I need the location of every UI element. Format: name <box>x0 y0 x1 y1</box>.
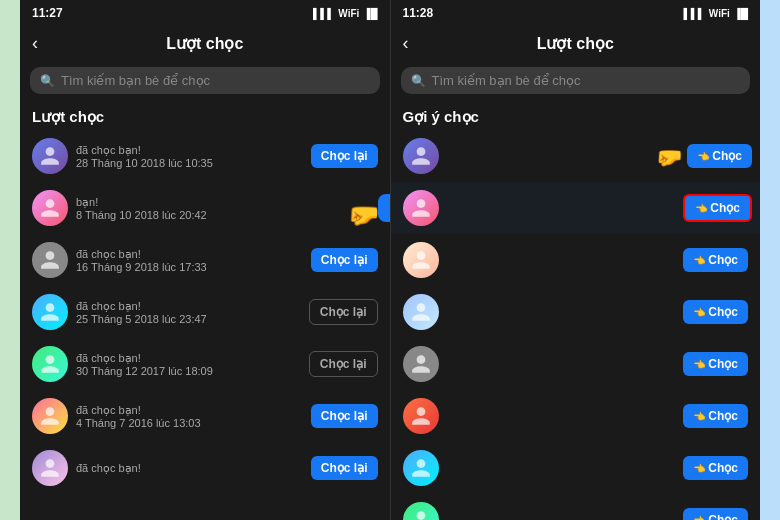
choc-lai-button[interactable]: Chọc lại <box>311 248 378 272</box>
item-date: 30 Tháng 12 2017 lúc 18:09 <box>76 365 301 377</box>
signal-icon: ▌▌▌ <box>313 8 334 19</box>
avatar <box>403 398 439 434</box>
left-search-bar[interactable]: 🔍 Tìm kiếm bạn bè để chọc <box>30 67 380 94</box>
item-info: đã chọc bạn! 25 Tháng 5 2018 lúc 23:47 <box>76 300 301 325</box>
item-date: 28 Tháng 10 2018 lúc 10:35 <box>76 157 303 169</box>
avatar <box>403 242 439 278</box>
list-item: 👈 Chọc <box>391 442 761 494</box>
avatar <box>32 398 68 434</box>
choc-button[interactable]: 👈 Chọc <box>683 248 748 272</box>
left-accent <box>0 0 20 520</box>
choc-button[interactable]: 👈 Chọc <box>683 352 748 376</box>
left-nav-bar: ‹ Lượt chọc <box>20 26 390 61</box>
list-item: đã chọc bạn! 16 Tháng 9 2018 lúc 17:33 C… <box>20 234 390 286</box>
right-nav-title: Lượt chọc <box>537 34 614 53</box>
item-text: đã chọc bạn! <box>76 144 303 157</box>
signal-icon: ▌▌▌ <box>684 8 705 19</box>
right-status-icons: ▌▌▌ WiFi ▐█ <box>684 8 748 19</box>
list-item: đã chọc bạn! 30 Tháng 12 2017 lúc 18:09 … <box>20 338 390 390</box>
item-info: bạn! 8 Tháng 10 2018 lúc 20:42 <box>76 196 370 221</box>
left-search-icon: 🔍 <box>40 74 55 88</box>
left-time: 11:27 <box>32 6 63 20</box>
poke-icon: 👈 <box>693 463 705 474</box>
left-search-placeholder: Tìm kiếm bạn bè để chọc <box>61 73 210 88</box>
right-list: 🤜 👈 Chọc 👈 Chọc 👈 Chọc <box>391 130 761 520</box>
right-time: 11:28 <box>403 6 434 20</box>
left-status-bar: 11:27 ▌▌▌ WiFi ▐█ <box>20 0 390 26</box>
list-item: đã chọc bạn! 28 Tháng 10 2018 lúc 10:35 … <box>20 130 390 182</box>
choc-button[interactable]: 👈 Chọc <box>683 300 748 324</box>
right-back-button[interactable]: ‹ <box>403 33 409 54</box>
right-search-icon: 🔍 <box>411 74 426 88</box>
list-item: đã chọc bạn! 25 Tháng 5 2018 lúc 23:47 C… <box>20 286 390 338</box>
item-text: đã chọc bạn! <box>76 352 301 365</box>
avatar <box>32 346 68 382</box>
avatar <box>32 190 68 226</box>
poke-icon: 👈 <box>693 359 705 370</box>
item-text: đã chọc bạn! <box>76 300 301 313</box>
right-phone-screen: 11:28 ▌▌▌ WiFi ▐█ ‹ Lượt chọc 🔍 Tìm kiếm… <box>391 0 761 520</box>
avatar <box>32 138 68 174</box>
choc-lai-button[interactable]: Chọc lại <box>311 456 378 480</box>
left-phone-screen: 11:27 ▌▌▌ WiFi ▐█ ‹ Lượt chọc 🔍 Tìm kiếm… <box>20 0 391 520</box>
item-text: bạn! <box>76 196 370 209</box>
right-status-bar: 11:28 ▌▌▌ WiFi ▐█ <box>391 0 761 26</box>
avatar <box>32 294 68 330</box>
list-item: bạn! 8 Tháng 10 2018 lúc 20:42 🤜 Chọc lạ… <box>20 182 390 234</box>
right-accent <box>760 0 780 520</box>
avatar <box>32 450 68 486</box>
avatar <box>403 138 439 174</box>
choc-lai-button[interactable]: Chọc lại <box>311 144 378 168</box>
choc-button[interactable]: 👈 Chọc <box>683 508 748 520</box>
item-info: đã chọc bạn! <box>76 462 303 475</box>
choc-lai-button[interactable]: Chọc lại <box>309 351 378 377</box>
right-search-bar[interactable]: 🔍 Tìm kiếm bạn bè để chọc <box>401 67 751 94</box>
wifi-icon: WiFi <box>338 8 359 19</box>
left-status-icons: ▌▌▌ WiFi ▐█ <box>313 8 377 19</box>
left-nav-title: Lượt chọc <box>166 34 243 53</box>
avatar <box>403 294 439 330</box>
item-date: 8 Tháng 10 2018 lúc 20:42 <box>76 209 370 221</box>
choc-button[interactable]: 👈 Chọc <box>683 404 748 428</box>
item-text: đã chọc bạn! <box>76 248 303 261</box>
item-text: đã chọc bạn! <box>76 462 303 475</box>
choc-button[interactable]: 👈 Chọc <box>687 144 752 168</box>
list-item: đã chọc bạn! Chọc lại <box>20 442 390 494</box>
item-info: đã chọc bạn! 30 Tháng 12 2017 lúc 18:09 <box>76 352 301 377</box>
item-info: đã chọc bạn! 4 Tháng 7 2016 lúc 13:03 <box>76 404 303 429</box>
list-item: 👈 Chọc <box>391 390 761 442</box>
battery-icon: ▐█ <box>363 8 377 19</box>
choc-lai-button[interactable]: Chọc lại <box>309 299 378 325</box>
right-search-placeholder: Tìm kiếm bạn bè để chọc <box>432 73 581 88</box>
item-date: 4 Tháng 7 2016 lúc 13:03 <box>76 417 303 429</box>
avatar <box>32 242 68 278</box>
right-nav-bar: ‹ Lượt chọc <box>391 26 761 61</box>
poke-icon: 👈 <box>697 151 709 162</box>
list-item: đã chọc bạn! 4 Tháng 7 2016 lúc 13:03 Ch… <box>20 390 390 442</box>
list-item: 👈 Chọc <box>391 182 761 234</box>
list-item: 👈 Chọc <box>391 286 761 338</box>
poke-icon: 👈 <box>693 255 705 266</box>
item-info: đã chọc bạn! 28 Tháng 10 2018 lúc 10:35 <box>76 144 303 169</box>
poke-icon: 👈 <box>693 515 705 521</box>
item-info: đã chọc bạn! 16 Tháng 9 2018 lúc 17:33 <box>76 248 303 273</box>
poke-icon: 👈 <box>693 307 705 318</box>
avatar <box>403 346 439 382</box>
poke-icon: 👈 <box>695 203 707 214</box>
right-section-title: Gợi ý chọc <box>391 100 761 130</box>
wifi-icon: WiFi <box>709 8 730 19</box>
avatar <box>403 502 439 520</box>
list-item: 👈 Chọc <box>391 494 761 520</box>
choc-button[interactable]: 👈 Chọc <box>683 456 748 480</box>
avatar <box>403 190 439 226</box>
list-item: 🤜 👈 Chọc <box>391 130 761 182</box>
list-item: 👈 Chọc <box>391 234 761 286</box>
left-back-button[interactable]: ‹ <box>32 33 38 54</box>
list-item: 👈 Chọc <box>391 338 761 390</box>
poke-icon: 👈 <box>693 411 705 422</box>
item-date: 25 Tháng 5 2018 lúc 23:47 <box>76 313 301 325</box>
choc-lai-button[interactable]: Chọc lại <box>311 404 378 428</box>
choc-lai-tooltip[interactable]: Chọc lại <box>378 194 390 222</box>
item-date: 16 Tháng 9 2018 lúc 17:33 <box>76 261 303 273</box>
choc-selected-button[interactable]: 👈 Chọc <box>683 194 752 222</box>
